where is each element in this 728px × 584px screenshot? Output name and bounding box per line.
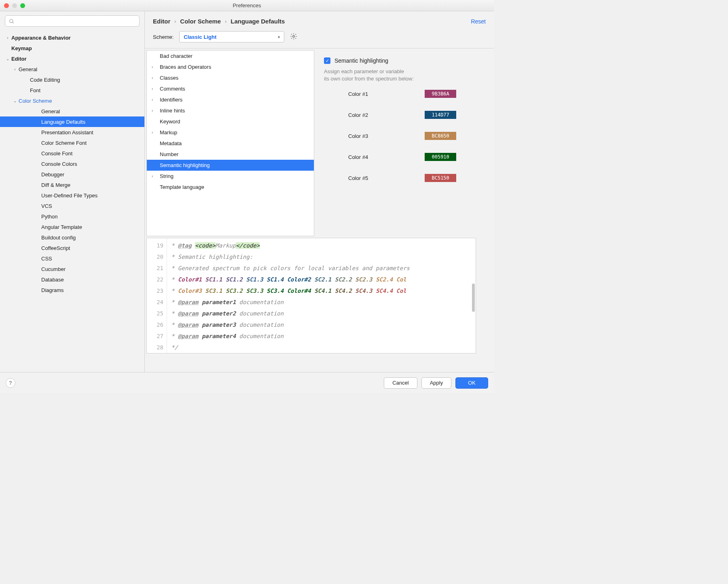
search-input[interactable] — [5, 15, 140, 27]
category-semantic-highlighting[interactable]: Semantic highlighting — [147, 160, 314, 171]
sidebar-item-label: Cucumber — [41, 266, 66, 272]
sidebar-item-label: General — [41, 108, 60, 114]
sidebar-item-debugger[interactable]: Debugger — [0, 169, 144, 180]
sidebar-item-label: Console Font — [41, 150, 72, 157]
sidebar-item-general[interactable]: General — [0, 106, 144, 116]
category-label: Identifiers — [160, 97, 182, 103]
sidebar-item-python[interactable]: Python — [0, 211, 144, 222]
sidebar-item-keymap[interactable]: Keymap — [0, 43, 144, 53]
category-label: Semantic highlighting — [160, 162, 210, 168]
sidebar-item-vcs[interactable]: VCS — [0, 201, 144, 211]
code-area[interactable]: * @tag <code>Markup</code> * Semantic hi… — [167, 238, 476, 353]
color-row-1: Color #19B3B6A — [348, 90, 484, 98]
window-title: Preferences — [0, 2, 494, 8]
category-label: Braces and Operators — [160, 64, 211, 70]
sidebar-item-presentation-assistant[interactable]: Presentation Assistant — [0, 127, 144, 138]
color-row-3: Color #3BC8650 — [348, 132, 484, 140]
category-label: Inline hints — [160, 108, 185, 114]
ok-button[interactable]: OK — [455, 377, 488, 389]
sidebar-item-cucumber[interactable]: Cucumber — [0, 264, 144, 274]
footer: ? Cancel Apply OK — [0, 372, 494, 393]
sidebar-item-label: CoffeeScript — [41, 245, 70, 251]
sidebar-item-label: Diagrams — [41, 287, 64, 293]
category-label: Classes — [160, 75, 178, 81]
sidebar-item-general[interactable]: ›General — [0, 64, 144, 74]
scrollbar-thumb[interactable] — [472, 284, 475, 312]
help-icon[interactable]: ? — [6, 378, 15, 388]
main-panel: Editor › Color Scheme › Language Default… — [145, 11, 494, 372]
chevron-right-icon: › — [152, 97, 160, 102]
category-label: Bad character — [160, 53, 193, 59]
color-label: Color #3 — [348, 133, 368, 139]
svg-point-2 — [293, 35, 295, 37]
apply-button[interactable]: Apply — [421, 377, 452, 389]
color-swatch[interactable]: 9B3B6A — [425, 90, 456, 98]
crumb-editor[interactable]: Editor — [153, 18, 170, 25]
category-markup[interactable]: ›Markup — [147, 127, 314, 138]
color-swatch[interactable]: BC8650 — [425, 132, 456, 140]
category-braces-and-operators[interactable]: ›Braces and Operators — [147, 61, 314, 72]
chevron-right-icon: › — [152, 108, 160, 113]
semantic-checkbox[interactable]: ✓ — [324, 57, 330, 64]
sidebar-item-diff-merge[interactable]: Diff & Merge — [0, 180, 144, 190]
chevron-right-icon: › — [174, 19, 176, 24]
sidebar-item-diagrams[interactable]: Diagrams — [0, 285, 144, 295]
chevron-down-icon: ⌄ — [4, 57, 11, 61]
sidebar-item-console-colors[interactable]: Console Colors — [0, 159, 144, 169]
category-label: String — [160, 173, 174, 179]
color-swatch[interactable]: 005910 — [425, 153, 456, 161]
category-keyword[interactable]: Keyword — [147, 116, 314, 127]
category-metadata[interactable]: Metadata — [147, 138, 314, 149]
sidebar-item-css[interactable]: CSS — [0, 253, 144, 264]
sidebar-item-color-scheme[interactable]: ⌄Color Scheme — [0, 95, 144, 106]
sidebar-item-color-scheme-font[interactable]: Color Scheme Font — [0, 138, 144, 148]
category-template-language[interactable]: Template language — [147, 182, 314, 193]
category-classes[interactable]: ›Classes — [147, 72, 314, 83]
sidebar-item-label: Color Scheme Font — [41, 140, 87, 146]
category-string[interactable]: ›String — [147, 171, 314, 182]
sidebar-item-database[interactable]: Database — [0, 274, 144, 285]
color-swatch[interactable]: 114D77 — [425, 111, 456, 119]
color-row-2: Color #2114D77 — [348, 111, 484, 119]
chevron-right-icon: › — [152, 76, 160, 80]
category-identifiers[interactable]: ›Identifiers — [147, 94, 314, 105]
category-number[interactable]: Number — [147, 149, 314, 160]
crumb-color-scheme[interactable]: Color Scheme — [180, 18, 221, 25]
titlebar: Preferences — [0, 0, 494, 11]
chevron-right-icon: › — [225, 19, 226, 24]
sidebar-item-label: Appearance & Behavior — [11, 35, 71, 41]
category-bad-character[interactable]: Bad character — [147, 51, 314, 61]
category-label: Markup — [160, 129, 177, 135]
sidebar-item-label: Debugger — [41, 171, 64, 178]
crumb-language-defaults: Language Defaults — [231, 18, 285, 25]
sidebar-item-label: Keymap — [11, 45, 32, 51]
gear-icon[interactable] — [290, 33, 297, 41]
sidebar-item-code-editing[interactable]: Code Editing — [0, 74, 144, 85]
sidebar-item-label: Buildout config — [41, 235, 76, 241]
sidebar-item-user-defined-file-types[interactable]: User-Defined File Types — [0, 190, 144, 201]
sidebar-item-language-defaults[interactable]: Language Defaults — [0, 116, 144, 127]
sidebar-item-angular-template[interactable]: Angular Template — [0, 222, 144, 232]
sidebar-item-label: Angular Template — [41, 224, 82, 230]
sidebar-item-coffeescript[interactable]: CoffeeScript — [0, 243, 144, 253]
chevron-right-icon: › — [152, 174, 160, 178]
sidebar-item-label: Presentation Assistant — [41, 129, 93, 135]
category-comments[interactable]: ›Comments — [147, 83, 314, 94]
color-row-5: Color #5BC5150 — [348, 174, 484, 182]
category-list[interactable]: Bad character›Braces and Operators›Class… — [146, 50, 314, 236]
settings-tree[interactable]: ›Appearance & BehaviorKeymap⌄Editor›Gene… — [0, 30, 144, 372]
scheme-select[interactable]: Classic Light ▾ — [179, 31, 284, 42]
sidebar-item-appearance-behavior[interactable]: ›Appearance & Behavior — [0, 32, 144, 43]
sidebar-item-buildout-config[interactable]: Buildout config — [0, 232, 144, 243]
color-label: Color #5 — [348, 175, 368, 181]
category-inline-hints[interactable]: ›Inline hints — [147, 105, 314, 116]
cancel-button[interactable]: Cancel — [384, 377, 417, 389]
sidebar-item-font[interactable]: Font — [0, 85, 144, 95]
sidebar-item-editor[interactable]: ⌄Editor — [0, 53, 144, 64]
sidebar-item-console-font[interactable]: Console Font — [0, 148, 144, 159]
reset-link[interactable]: Reset — [471, 18, 486, 25]
semantic-description: Assign each parameter or variable its ow… — [324, 68, 484, 83]
gutter: 19202122232425262728 — [147, 238, 167, 353]
color-swatch[interactable]: BC5150 — [425, 174, 456, 182]
sidebar-item-label: CSS — [41, 256, 52, 262]
